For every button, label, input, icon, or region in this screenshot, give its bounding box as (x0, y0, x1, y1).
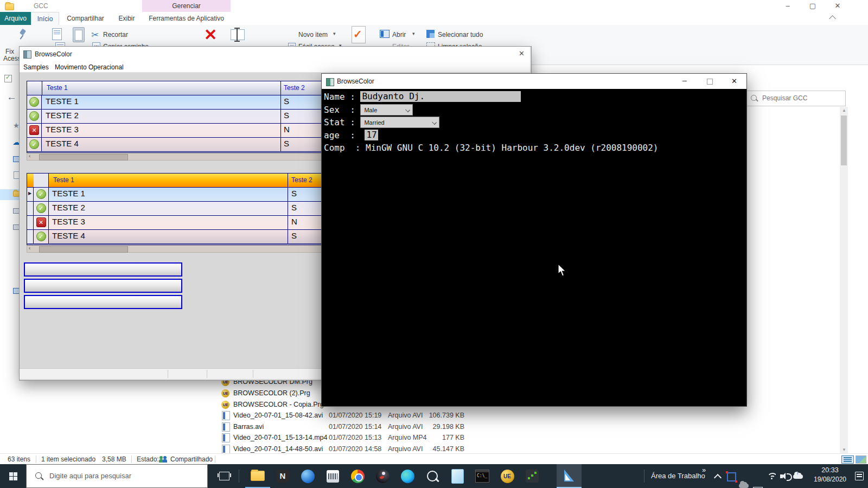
close-button[interactable]: ✕ (829, 1, 846, 11)
details-view-toggle[interactable] (841, 455, 854, 464)
maximize-button[interactable]: ▢ (805, 1, 821, 11)
taskbar-command-prompt-icon[interactable]: C:\_ (470, 464, 495, 488)
start-button[interactable] (0, 464, 26, 488)
age-label: age : (324, 130, 360, 140)
taskbar-ultraedit-icon[interactable]: UE (495, 464, 520, 488)
explorer-search-box[interactable]: Pesquisar GCC (746, 91, 846, 106)
file-row[interactable]: Barras.avi 01/07/2020 15:14 Arquivo AVI … (214, 422, 838, 433)
console-titlebar[interactable]: BrowseColor – ✕ (322, 74, 746, 89)
table1-col2-header[interactable]: Teste 2 (284, 84, 305, 92)
explorer-statusbar: 63 itens 1 item selecionado 3,58 MB Esta… (0, 453, 868, 464)
gerenciar-contextual-tab[interactable]: Gerenciar (142, 0, 231, 12)
cell-value: S (284, 139, 289, 148)
explorer-vscrollbar[interactable]: ▲ ▼ (840, 107, 848, 453)
taskbar-greenshot-icon[interactable] (520, 464, 545, 488)
file-row[interactable]: Video_20-07-01_15-13-14.mp4 01/07/2020 1… (214, 433, 838, 444)
rename-icon[interactable] (231, 29, 245, 40)
hscroll-thumb[interactable] (39, 246, 128, 253)
age-field[interactable]: 17 (365, 130, 378, 140)
menu-movimento-operacional[interactable]: Movimento Operacional (55, 63, 124, 71)
table1-col1-header[interactable]: Teste 1 (47, 84, 68, 92)
scrollbar-thumb[interactable] (841, 115, 847, 165)
sex-dropdown[interactable]: Male (360, 104, 413, 115)
cell-value: S (291, 231, 297, 240)
taskbar-harbour-app-icon[interactable] (557, 464, 582, 488)
menu-samples[interactable]: Samples (23, 63, 49, 71)
back-icon[interactable]: ← (7, 91, 17, 103)
file-name: BROWSECOLOR (2).Prg (233, 389, 310, 397)
tab-compartilhar[interactable]: Compartilhar (60, 12, 111, 25)
scroll-down-icon[interactable]: ▼ (842, 447, 846, 452)
scroll-left-icon[interactable]: ‹ (29, 245, 30, 251)
scroll-left-icon[interactable]: ‹ (29, 153, 30, 159)
gui-window-title: BrowseColor (35, 50, 72, 58)
properties-icon[interactable]: ✓ (352, 26, 366, 43)
gui-titlebar[interactable]: BrowseColor ✕ (20, 47, 530, 61)
file-date: 01/07/2020 15:19 (329, 412, 381, 419)
taskbar-chrome-icon[interactable] (345, 464, 370, 488)
taskbar-thunderbird-icon[interactable] (295, 464, 320, 488)
console-close-icon[interactable]: ✕ (731, 77, 737, 85)
sex-label: Sex : (324, 105, 360, 115)
clock[interactable]: 20:33 19/08/2020 (808, 466, 852, 483)
taskbar-audio-editor-icon[interactable] (320, 464, 345, 488)
task-view-button[interactable] (212, 464, 237, 488)
file-row[interactable]: Video_20-07-01_14-48-50.avi 01/07/2020 1… (214, 444, 838, 453)
delete-icon[interactable]: ✕ (204, 25, 217, 44)
cloud-upload-icon[interactable]: ↑ (793, 474, 803, 479)
video-file-icon (222, 445, 230, 453)
desktop-toolbar-label[interactable]: Área de Trabalho (651, 472, 705, 480)
toolbar-overflow-chevrons[interactable]: » (702, 466, 706, 474)
stat-dropdown[interactable]: Married (360, 117, 439, 128)
taskbar-file-explorer-icon[interactable] (245, 464, 270, 488)
wifi-icon[interactable] (767, 473, 776, 479)
tab-arquivo[interactable]: Arquivo (0, 12, 31, 25)
hscroll-thumb[interactable] (39, 154, 128, 160)
thumbnails-view-toggle[interactable] (856, 455, 866, 464)
text-input-2[interactable] (24, 279, 182, 293)
cut-icon[interactable]: ✂ (91, 29, 99, 41)
taskbar-media-app-icon[interactable] (370, 464, 395, 488)
prg-ultraedit-icon: UE (221, 389, 229, 397)
console-maximize-icon[interactable] (707, 79, 713, 85)
scroll-up-icon[interactable]: ▲ (842, 108, 846, 113)
hidden-icons-chevron[interactable] (714, 474, 722, 481)
text-input-3[interactable] (24, 295, 182, 309)
cut-label[interactable]: Recortar (103, 31, 128, 38)
console-minimize-icon[interactable]: – (682, 76, 687, 85)
cell-value: S (291, 203, 297, 212)
pin-icon[interactable] (16, 28, 28, 40)
gui-close-icon[interactable]: ✕ (519, 49, 525, 57)
taskbar-search-box[interactable]: Digite aqui para pesquisar (26, 464, 208, 488)
taskbar-search-tool-icon[interactable] (420, 464, 445, 488)
console-age-line: age : 17 (324, 129, 378, 141)
table2-col2-header[interactable]: Teste 2 (291, 176, 312, 184)
checkbox-icon[interactable]: ✓ (4, 75, 12, 82)
new-item-label[interactable]: Novo item (298, 31, 328, 38)
open-dropdown-arrow-icon[interactable]: ▾ (412, 31, 415, 36)
file-row[interactable]: Video_20-07-01_15-08-42.avi 01/07/2020 1… (214, 410, 838, 421)
tab-ferramentas-aplicativo[interactable]: Ferramentas de Aplicativo (142, 12, 231, 25)
tray-app-icon[interactable] (727, 472, 736, 481)
taskbar-text-editor-icon[interactable] (445, 464, 470, 488)
file-date: 01/07/2020 14:58 (329, 445, 381, 453)
table2-col1-header[interactable]: Teste 1 (53, 176, 74, 184)
ribbon-collapse-chevron-icon[interactable] (829, 15, 836, 22)
quick-access-star-icon[interactable]: ★ (13, 121, 20, 130)
console-window-title: BrowseColor (337, 78, 374, 85)
notification-center-icon[interactable] (855, 472, 864, 480)
tab-inicio[interactable]: Início (31, 12, 59, 25)
paste-icon[interactable] (73, 27, 85, 42)
select-all-label[interactable]: Selecionar tudo (438, 31, 483, 38)
onedrive-tray-icon[interactable] (739, 484, 749, 488)
open-label[interactable]: Abrir (392, 31, 406, 38)
minimize-button[interactable]: – (780, 1, 796, 11)
copy-icon[interactable] (52, 28, 62, 40)
taskbar-notepad-app-icon[interactable]: N (270, 464, 295, 488)
taskbar-edge-icon[interactable] (395, 464, 420, 488)
new-item-dropdown-arrow-icon[interactable]: ▾ (333, 31, 336, 36)
name-field[interactable]: Budyanto Dj. (360, 91, 521, 102)
chevron-down-icon (432, 120, 437, 125)
text-input-1[interactable] (24, 262, 182, 277)
tab-exibir[interactable]: Exibir (111, 12, 142, 25)
